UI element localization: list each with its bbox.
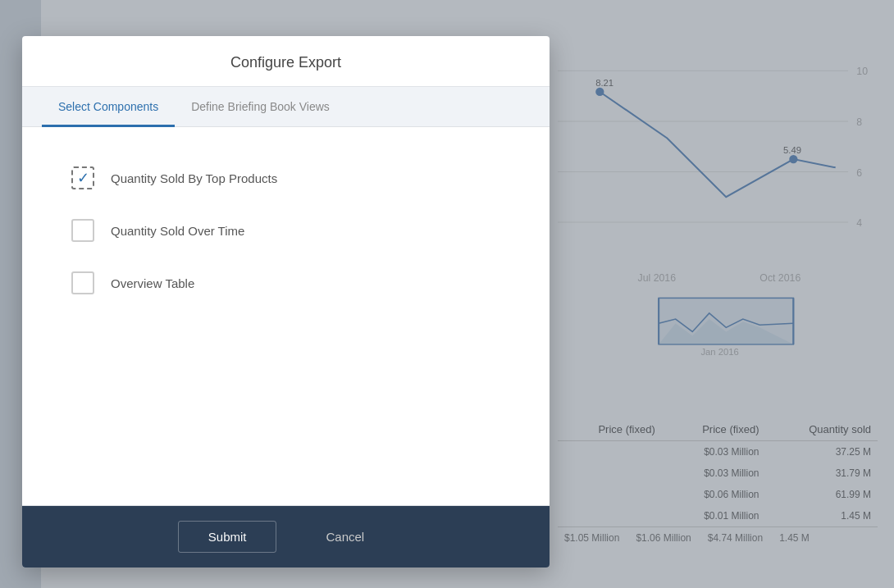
modal-header: Configure Export <box>22 36 550 87</box>
cancel-button[interactable]: Cancel <box>296 521 394 553</box>
tab-select-components[interactable]: Select Components <box>42 87 175 127</box>
checkbox-label-qty-time: Quantity Sold Over Time <box>111 224 244 238</box>
modal-tabs: Select Components Define Briefing Book V… <box>22 87 550 127</box>
checkmark-icon: ✓ <box>77 171 89 185</box>
checkbox-row-qty-top: ✓ Quantity Sold By Top Products <box>71 152 500 204</box>
tab-define-briefing[interactable]: Define Briefing Book Views <box>175 87 346 127</box>
checkbox-label-qty-top: Quantity Sold By Top Products <box>111 171 277 185</box>
checkbox-row-overview: Overview Table <box>71 257 500 309</box>
checkbox-overview-table[interactable] <box>71 271 94 294</box>
submit-button[interactable]: Submit <box>178 521 277 553</box>
checkbox-qty-top-products[interactable]: ✓ <box>71 166 94 189</box>
configure-export-modal: Configure Export Select Components Defin… <box>22 36 550 567</box>
checkbox-label-overview: Overview Table <box>111 276 194 290</box>
modal-footer: Submit Cancel <box>22 506 550 567</box>
checkbox-qty-over-time[interactable] <box>71 219 94 242</box>
checkbox-row-qty-time: Quantity Sold Over Time <box>71 204 500 257</box>
modal-body: ✓ Quantity Sold By Top Products Quantity… <box>22 127 550 505</box>
modal-title: Configure Export <box>42 54 530 71</box>
